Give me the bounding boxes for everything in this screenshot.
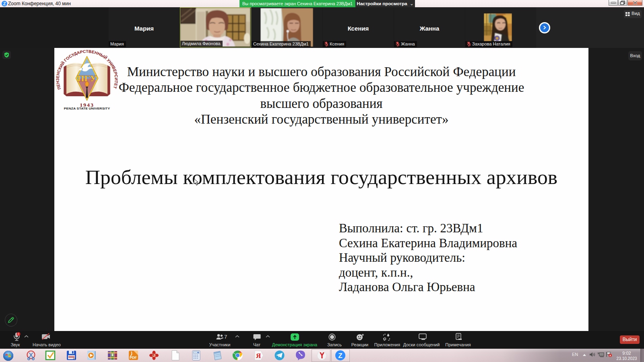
svg-text:Z: Z bbox=[338, 352, 342, 360]
svg-text:PDF: PDF bbox=[130, 356, 137, 360]
svg-text:14: 14 bbox=[73, 357, 76, 360]
svg-text:Я: Я bbox=[256, 352, 261, 360]
svg-text:!: ! bbox=[18, 333, 19, 335]
